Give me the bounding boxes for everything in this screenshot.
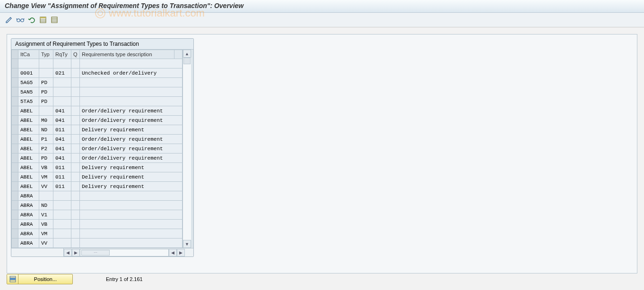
cell-itca[interactable]: ABEL bbox=[18, 154, 39, 163]
row-selector[interactable] bbox=[12, 125, 18, 135]
cell-rqty[interactable]: 041 bbox=[53, 144, 71, 154]
cell-rqty[interactable]: 041 bbox=[53, 135, 71, 144]
cell-rqty[interactable]: 011 bbox=[53, 163, 71, 172]
row-selector[interactable] bbox=[12, 135, 18, 144]
cell-desc[interactable] bbox=[80, 191, 183, 201]
cell-typ[interactable]: PD bbox=[39, 97, 53, 106]
row-selector[interactable] bbox=[12, 116, 18, 125]
cell-desc[interactable] bbox=[80, 97, 183, 106]
horizontal-scrollbar[interactable]: ◀ ▶ ⋯ ◀ ▶ bbox=[11, 248, 193, 256]
cell-desc[interactable]: Order/delivery requirement bbox=[80, 144, 183, 154]
row-selector[interactable] bbox=[12, 210, 18, 220]
row-selector[interactable] bbox=[12, 172, 18, 182]
cell-rqty[interactable] bbox=[53, 78, 71, 87]
scroll-right-icon[interactable]: ▶ bbox=[72, 249, 80, 256]
cell-q[interactable] bbox=[71, 135, 80, 144]
col-header-rqty[interactable]: RqTy bbox=[53, 50, 71, 59]
col-header-itca[interactable]: ItCa bbox=[18, 50, 39, 59]
cell-typ[interactable] bbox=[39, 59, 53, 68]
cell-typ[interactable]: M0 bbox=[39, 116, 53, 125]
col-header-desc[interactable]: Requirements type description bbox=[80, 50, 174, 59]
hscroll-thumb[interactable]: ⋯ bbox=[81, 250, 110, 256]
glasses-icon[interactable] bbox=[16, 16, 25, 24]
col-header-typ[interactable]: Typ bbox=[39, 50, 53, 59]
cell-itca[interactable]: ABRA bbox=[18, 229, 39, 239]
cell-typ[interactable] bbox=[39, 191, 53, 201]
cell-q[interactable] bbox=[71, 172, 80, 182]
row-selector[interactable] bbox=[12, 97, 18, 106]
cell-rqty[interactable]: 011 bbox=[53, 182, 71, 191]
cell-typ[interactable]: VM bbox=[39, 172, 53, 182]
cell-rqty[interactable] bbox=[53, 210, 71, 220]
cell-desc[interactable]: Order/delivery requirement bbox=[80, 154, 183, 163]
row-selector[interactable] bbox=[12, 59, 18, 68]
cell-desc[interactable] bbox=[80, 78, 183, 87]
cell-desc[interactable] bbox=[80, 210, 183, 220]
cell-typ[interactable]: VB bbox=[39, 220, 53, 229]
vertical-scrollbar[interactable]: ▲ ▼ bbox=[183, 50, 191, 248]
display-change-toggle-icon[interactable] bbox=[5, 16, 13, 24]
cell-typ[interactable]: V1 bbox=[39, 210, 53, 220]
cell-q[interactable] bbox=[71, 68, 80, 78]
row-selector[interactable] bbox=[12, 220, 18, 229]
cell-itca[interactable] bbox=[18, 59, 39, 68]
row-selector[interactable] bbox=[12, 78, 18, 87]
cell-desc[interactable]: Delivery requirement bbox=[80, 172, 183, 182]
row-selector[interactable] bbox=[12, 154, 18, 163]
cell-rqty[interactable] bbox=[53, 201, 71, 210]
cell-desc[interactable] bbox=[80, 239, 183, 248]
undo-icon[interactable] bbox=[27, 16, 36, 24]
scroll-left2-icon[interactable]: ◀ bbox=[169, 249, 177, 256]
scroll-up-icon[interactable]: ▲ bbox=[183, 50, 191, 58]
col-header-q[interactable]: Q bbox=[71, 50, 80, 59]
cell-typ[interactable]: ND bbox=[39, 201, 53, 210]
row-selector[interactable] bbox=[12, 229, 18, 239]
cell-typ[interactable]: ND bbox=[39, 125, 53, 135]
cell-q[interactable] bbox=[71, 106, 80, 116]
cell-itca[interactable]: ABRA bbox=[18, 239, 39, 248]
cell-typ[interactable]: PD bbox=[39, 78, 53, 87]
cell-typ[interactable]: VM bbox=[39, 229, 53, 239]
cell-q[interactable] bbox=[71, 87, 80, 97]
cell-typ[interactable]: PD bbox=[39, 87, 53, 97]
cell-itca[interactable]: ABEL bbox=[18, 135, 39, 144]
cell-q[interactable] bbox=[71, 78, 80, 87]
cell-desc[interactable]: Order/delivery requirement bbox=[80, 106, 183, 116]
cell-itca[interactable]: ABRA bbox=[18, 220, 39, 229]
scroll-down-icon[interactable]: ▼ bbox=[183, 240, 191, 248]
row-selector[interactable] bbox=[12, 191, 18, 201]
cell-q[interactable] bbox=[71, 116, 80, 125]
table-configure-icon[interactable] bbox=[174, 50, 183, 59]
scroll-right2-icon[interactable]: ▶ bbox=[177, 249, 185, 256]
cell-typ[interactable]: PD bbox=[39, 154, 53, 163]
cell-desc[interactable] bbox=[80, 229, 183, 239]
cell-q[interactable] bbox=[71, 210, 80, 220]
cell-q[interactable] bbox=[71, 154, 80, 163]
row-selector[interactable] bbox=[12, 87, 18, 97]
cell-desc[interactable]: Order/delivery requirement bbox=[80, 116, 183, 125]
scroll-left-icon[interactable]: ◀ bbox=[64, 249, 72, 256]
cell-q[interactable] bbox=[71, 182, 80, 191]
cell-typ[interactable]: VV bbox=[39, 182, 53, 191]
cell-itca[interactable]: 5AN5 bbox=[18, 87, 39, 97]
cell-itca[interactable]: 5AG5 bbox=[18, 78, 39, 87]
cell-itca[interactable]: ABRA bbox=[18, 210, 39, 220]
cell-typ[interactable]: P1 bbox=[39, 135, 53, 144]
cell-rqty[interactable]: 041 bbox=[53, 116, 71, 125]
position-button[interactable]: Position... bbox=[7, 274, 73, 284]
scroll-thumb[interactable] bbox=[183, 58, 191, 64]
cell-q[interactable] bbox=[71, 59, 80, 68]
cell-itca[interactable]: ABEL bbox=[18, 163, 39, 172]
cell-q[interactable] bbox=[71, 144, 80, 154]
cell-rqty[interactable]: 041 bbox=[53, 154, 71, 163]
cell-desc[interactable]: Order/delivery requirement bbox=[80, 135, 183, 144]
cell-typ[interactable]: P2 bbox=[39, 144, 53, 154]
row-selector[interactable] bbox=[12, 144, 18, 154]
cell-rqty[interactable]: 041 bbox=[53, 106, 71, 116]
row-selector[interactable] bbox=[12, 239, 18, 248]
cell-typ[interactable]: VB bbox=[39, 163, 53, 172]
cell-itca[interactable]: ABEL bbox=[18, 182, 39, 191]
select-all-icon[interactable] bbox=[39, 16, 47, 24]
cell-q[interactable] bbox=[71, 201, 80, 210]
cell-itca[interactable]: 0001 bbox=[18, 68, 39, 78]
